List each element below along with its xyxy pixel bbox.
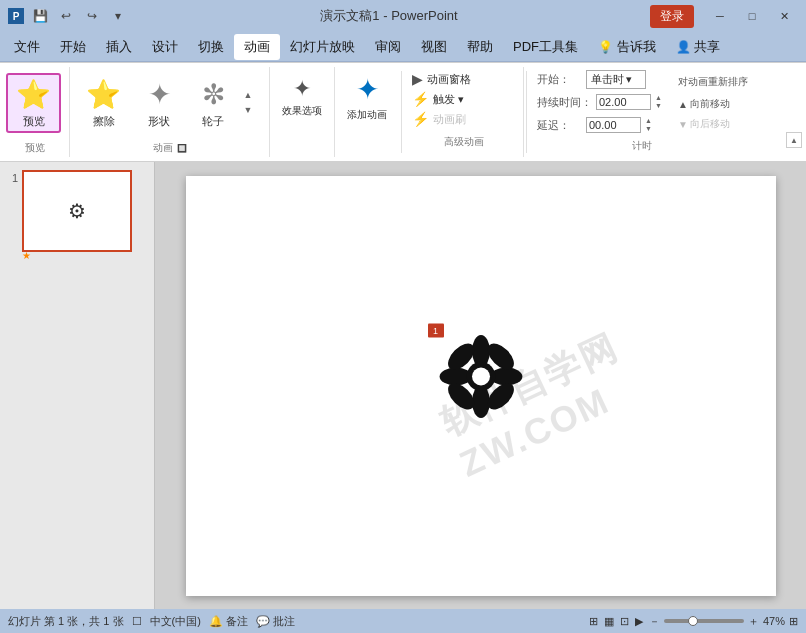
undo-button[interactable]: ↩: [56, 6, 76, 26]
slide-thumbnail[interactable]: ⚙: [22, 170, 132, 252]
menu-file[interactable]: 文件: [4, 34, 50, 60]
start-value: 单击时: [591, 72, 624, 87]
adv-anim-group-label: 高级动画: [412, 133, 515, 151]
trigger-row: ⚡ 触发 ▾: [412, 89, 515, 109]
zoom-in-button[interactable]: ＋: [748, 614, 759, 629]
more-button[interactable]: ▾: [108, 6, 128, 26]
view-slide-sorter-icon[interactable]: ▦: [604, 615, 614, 628]
slide-info: 幻灯片 第 1 张，共 1 张: [8, 614, 124, 629]
anim-window-row: ▶ 动画窗格: [412, 69, 515, 89]
duration-spinner[interactable]: ▲▼: [655, 94, 662, 110]
anim-window-label[interactable]: 动画窗格: [427, 72, 471, 87]
timing-group-label: 计时: [537, 137, 748, 155]
animation-group-arrow[interactable]: 🔲: [177, 144, 187, 153]
menu-insert[interactable]: 插入: [96, 34, 142, 60]
reorder-title: 对动画重新排序: [678, 75, 748, 89]
wheel-label: 轮子: [202, 114, 224, 129]
wheel-icon: ✼: [202, 78, 225, 111]
zoom-slider[interactable]: [664, 619, 744, 623]
zoom-level: 47%: [763, 615, 785, 627]
login-button[interactable]: 登录: [650, 5, 694, 28]
zoom-thumb[interactable]: [688, 616, 698, 626]
ribbon-content: ⭐ 预览 预览 ⭐ 擦除 ✦ 形状 ✼ 轮子: [0, 62, 806, 161]
shape-button[interactable]: ✦ 形状: [133, 73, 185, 133]
effect-options-icon: ✦: [293, 76, 311, 102]
erase-button[interactable]: ⭐ 擦除: [76, 73, 131, 133]
flower-icon: [436, 331, 526, 440]
flower-container: 1: [436, 331, 526, 440]
preview-label: 预览: [23, 114, 45, 129]
separator-1: [401, 71, 402, 153]
slide-thumb-wrapper: ⚙ ★: [22, 170, 132, 261]
slide-thumb-content: ⚙: [68, 199, 86, 223]
status-icon-1: ☐: [132, 615, 142, 628]
ribbon: ⭐ 预览 预览 ⭐ 擦除 ✦ 形状 ✼ 轮子: [0, 62, 806, 162]
anim-brush-row: ⚡ 动画刷: [412, 109, 515, 129]
menu-tell-me[interactable]: 💡 告诉我: [588, 34, 666, 60]
delay-row: 延迟： 00.00 ▲▼: [537, 115, 662, 135]
wheel-button[interactable]: ✼ 轮子: [187, 73, 239, 133]
menu-home[interactable]: 开始: [50, 34, 96, 60]
slide-canvas[interactable]: 软件自学网ZW.COM 1: [186, 176, 776, 596]
main-area: 1 ⚙ ★ 软件自学网ZW.COM 1: [0, 162, 806, 609]
menu-animations[interactable]: 动画: [234, 34, 280, 60]
menu-transitions[interactable]: 切换: [188, 34, 234, 60]
trigger-label[interactable]: 触发 ▾: [433, 92, 464, 107]
duration-input[interactable]: 02.00: [596, 94, 651, 110]
view-normal-icon[interactable]: ⊞: [589, 615, 598, 628]
preview-button[interactable]: ⭐ 预览: [6, 73, 61, 133]
list-item[interactable]: 1 ⚙ ★: [4, 170, 150, 261]
menu-review[interactable]: 审阅: [365, 34, 411, 60]
move-back-button[interactable]: ▼ 向后移动: [678, 117, 748, 131]
start-dropdown[interactable]: 单击时 ▾: [586, 70, 646, 89]
animated-object[interactable]: 1: [436, 331, 526, 440]
menu-view[interactable]: 视图: [411, 34, 457, 60]
save-button[interactable]: 💾: [30, 6, 50, 26]
status-bar: 幻灯片 第 1 张，共 1 张 ☐ 中文(中国) 🔔 备注 💬 批注 ⊞ ▦ ⊡…: [0, 609, 806, 633]
menu-design[interactable]: 设计: [142, 34, 188, 60]
move-back-label: 向后移动: [690, 117, 730, 131]
view-reading-icon[interactable]: ⊡: [620, 615, 629, 628]
duration-row: 持续时间： 02.00 ▲▼: [537, 92, 662, 112]
menu-help[interactable]: 帮助: [457, 34, 503, 60]
add-animation-button[interactable]: ✦ 添加动画: [337, 67, 397, 127]
comments-button[interactable]: 💬 批注: [256, 614, 295, 629]
reorder-section: 对动画重新排序 ▲ 向前移动 ▼ 向后移动: [670, 69, 748, 137]
delay-input[interactable]: 00.00: [586, 117, 641, 133]
ribbon-collapse-button[interactable]: ▲: [786, 132, 802, 148]
start-label: 开始：: [537, 72, 582, 87]
slides-panel: 1 ⚙ ★: [0, 162, 155, 609]
add-animation-group: ✦ 添加动画: [335, 67, 399, 157]
menu-slideshow[interactable]: 幻灯片放映: [280, 34, 365, 60]
fit-button[interactable]: ⊞: [789, 615, 798, 628]
status-left: 幻灯片 第 1 张，共 1 张 ☐ 中文(中国) 🔔 备注 💬 批注: [8, 614, 295, 629]
animation-scroll[interactable]: ▲ ▼: [241, 73, 255, 133]
menu-share[interactable]: 👤 共享: [666, 34, 731, 60]
svg-point-9: [472, 367, 490, 385]
start-dropdown-arrow: ▾: [626, 73, 632, 86]
title-bar-right: 登录 ─ □ ✕: [650, 5, 798, 28]
effect-options-button[interactable]: ✦ 效果选项: [272, 67, 332, 127]
timing-inputs: 开始： 单击时 ▾ 持续时间： 02.00 ▲▼: [537, 69, 662, 137]
shape-label: 形状: [148, 114, 170, 129]
view-slideshow-icon[interactable]: ▶: [635, 615, 643, 628]
duration-label: 持续时间：: [537, 95, 592, 110]
animation-group-label: 动画 🔲: [76, 139, 263, 157]
start-row: 开始： 单击时 ▾: [537, 69, 662, 89]
delay-spinner[interactable]: ▲▼: [645, 117, 652, 133]
maximize-button[interactable]: □: [738, 5, 766, 27]
minimize-button[interactable]: ─: [706, 5, 734, 27]
close-button[interactable]: ✕: [770, 5, 798, 27]
redo-button[interactable]: ↪: [82, 6, 102, 26]
app-icon: P: [8, 8, 24, 24]
menu-pdf[interactable]: PDF工具集: [503, 34, 588, 60]
add-animation-label: 添加动画: [347, 108, 387, 122]
edit-area: 软件自学网ZW.COM 1: [155, 162, 806, 609]
delay-label: 延迟：: [537, 118, 582, 133]
animation-group-content: ⭐ 擦除 ✦ 形状 ✼ 轮子 ▲ ▼: [76, 67, 263, 139]
move-back-icon: ▼: [678, 119, 688, 130]
move-forward-button[interactable]: ▲ 向前移动: [678, 97, 748, 111]
notes-button[interactable]: 🔔 备注: [209, 614, 248, 629]
zoom-out-button[interactable]: －: [649, 614, 660, 629]
title-bar-left: P 💾 ↩ ↪ ▾: [8, 6, 128, 26]
